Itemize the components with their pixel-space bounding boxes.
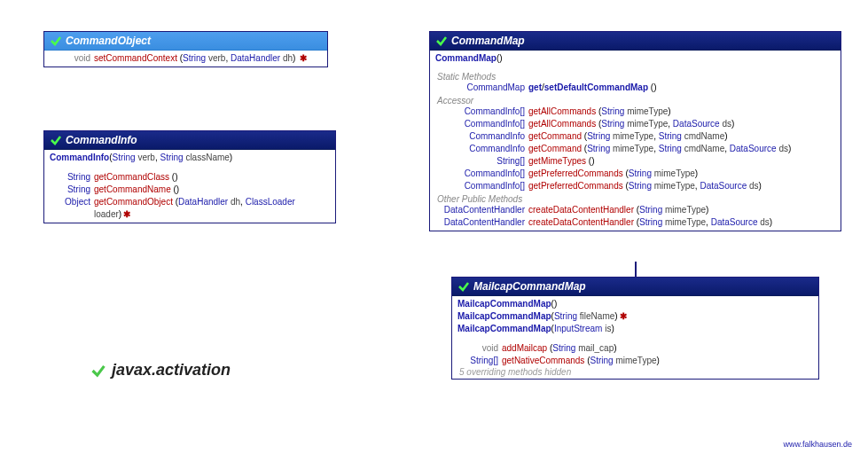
check-icon (90, 363, 106, 379)
method-row: CommandInfo[] getAllCommands (String mim… (434, 106, 837, 118)
method-row: Object getCommandObject (DataHandler dh,… (48, 196, 332, 221)
class-title: MailcapCommandMap (473, 280, 586, 293)
class-body: void setCommandContext (String verb, Dat… (44, 51, 327, 67)
method-row: void setCommandContext (String verb, Dat… (48, 52, 324, 65)
section-accessor: Accessor (434, 96, 837, 106)
constructor-row: MailcapCommandMap (InputStream is) (456, 323, 815, 335)
method-row: void addMailcap (String mail_cap) (456, 342, 815, 355)
class-header: CommandInfo (44, 131, 335, 150)
class-header: MailcapCommandMap (452, 278, 818, 296)
method-row: DataContentHandler createDataContentHand… (434, 216, 837, 229)
check-icon (50, 35, 62, 47)
class-title: CommandObject (66, 35, 151, 47)
check-icon (457, 280, 470, 293)
throws-icon: ✱ (298, 53, 307, 63)
package-label: javax.activation (90, 361, 231, 380)
check-icon (50, 134, 62, 146)
method-row: DataContentHandler createDataContentHand… (434, 204, 837, 216)
class-box-command-object: CommandObject void setCommandContext (St… (43, 31, 328, 67)
method-row: CommandInfo[] getAllCommands (String mim… (434, 118, 837, 130)
class-box-command-map: CommandMap CommandMap () Static Methods … (429, 31, 841, 231)
footer-credit: www.falkhausen.de (783, 440, 852, 449)
constructor-row: CommandInfo (String verb, String classNa… (48, 152, 332, 164)
method-row: CommandInfo getCommand (String mimeType,… (434, 130, 837, 143)
method-row: String[] getNativeCommands (String mimeT… (456, 355, 815, 367)
class-body: CommandMap () Static Methods CommandMap … (430, 51, 841, 231)
class-header: CommandObject (44, 32, 327, 51)
method-row: CommandInfo getCommand (String mimeType,… (434, 143, 837, 155)
class-header: CommandMap (430, 32, 841, 51)
method-row: CommandInfo[] getPreferredCommands (Stri… (434, 180, 837, 192)
method-row: CommandMap get/setDefaultCommandMap () (434, 82, 837, 94)
constructor-row: CommandMap () (434, 52, 837, 65)
check-icon (435, 35, 448, 47)
method-row: String[] getMimeTypes () (434, 155, 837, 168)
inheritance-connector (635, 262, 637, 277)
class-box-mailcap: MailcapCommandMap MailcapCommandMap () M… (451, 277, 819, 380)
method-row: CommandInfo[] getPreferredCommands (Stri… (434, 168, 837, 180)
class-body: MailcapCommandMap () MailcapCommandMap (… (452, 296, 818, 379)
method-row: String getCommandName () (48, 184, 332, 196)
constructor-row: MailcapCommandMap (String fileName)✱ (456, 310, 815, 323)
class-box-command-info: CommandInfo CommandInfo (String verb, St… (43, 130, 336, 223)
params: (String verb, DataHandler dh) (180, 53, 296, 63)
method-row: String getCommandClass () (48, 171, 332, 184)
class-title: CommandInfo (66, 134, 137, 146)
class-body: CommandInfo (String verb, String classNa… (44, 150, 335, 223)
constructor-row: MailcapCommandMap () (456, 298, 815, 310)
section-static: Static Methods (434, 72, 837, 82)
class-title: CommandMap (451, 35, 525, 47)
hidden-methods-note: 5 overriding methods hidden (456, 367, 815, 377)
section-other: Other Public Methods (434, 194, 837, 204)
